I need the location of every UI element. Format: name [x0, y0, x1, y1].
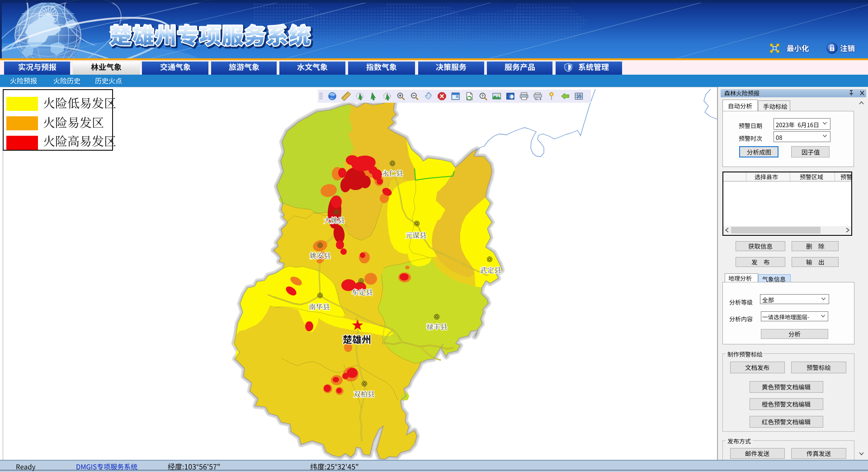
svg-text:?: ? — [481, 94, 484, 98]
